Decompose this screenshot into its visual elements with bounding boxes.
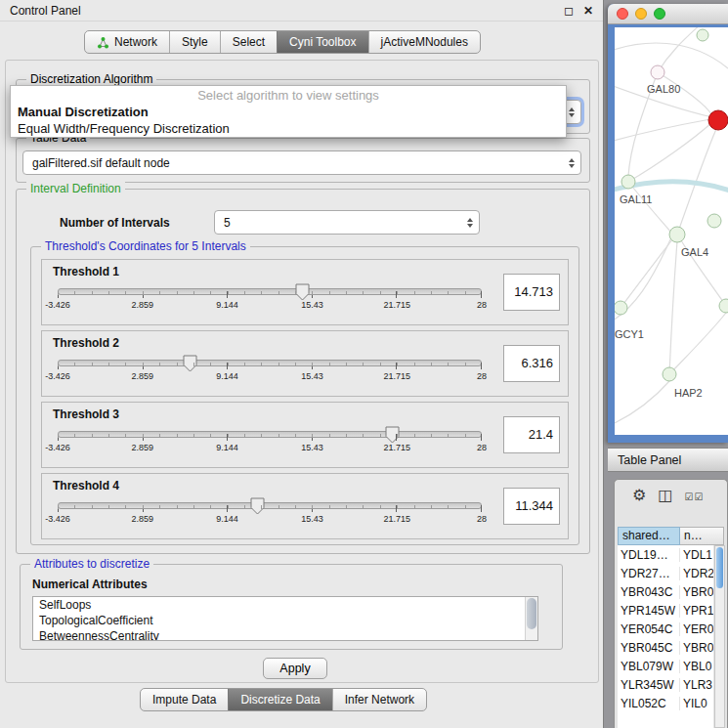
list-scrollbar[interactable] (525, 597, 537, 640)
minimize-traffic-light-icon[interactable] (635, 8, 647, 20)
dropdown-prompt: Select algorithm to view settings (11, 88, 566, 104)
scale-label: 15.43 (301, 371, 323, 381)
cyni-toolbox-panel: Discretization Algorithm Select algorith… (5, 60, 599, 683)
column-header-name[interactable]: n… (680, 527, 724, 545)
tab-discretize-data[interactable]: Discretize Data (228, 689, 331, 710)
columns-icon[interactable]: ◫ (658, 488, 672, 503)
threshold-1-value[interactable]: 14.713 (503, 274, 560, 311)
table-row[interactable]: YBL079WYBL0 (618, 657, 713, 675)
scale-label: -3.426 (45, 443, 70, 452)
scale-label: 28 (477, 514, 487, 524)
table-row[interactable]: YPR145WYPR1 (618, 601, 713, 620)
threshold-3-panel: Threshold 3 -3.426 2.859 9.144 15.43 (41, 402, 569, 468)
number-of-intervals-label: Number of Intervals (60, 216, 170, 230)
threshold-3-value[interactable]: 21.4 (503, 416, 560, 453)
node-label[interactable]: GAL80 (647, 83, 680, 95)
interval-definition-group: Interval Definition Number of Intervals … (16, 189, 590, 554)
menu-item-manual-discretization[interactable]: Manual Discretization (11, 104, 566, 120)
bottom-tab-bar: Impute Data Discretize Data Infer Networ… (140, 688, 427, 711)
scale-label: 28 (477, 300, 487, 310)
node-label[interactable]: GAL4 (681, 246, 708, 258)
list-item[interactable]: SelfLoops (33, 597, 537, 613)
close-traffic-light-icon[interactable] (617, 8, 628, 20)
tab-cyni-toolbox[interactable]: Cyni Toolbox (277, 31, 367, 53)
group-title: Attributes to discretize (30, 557, 153, 571)
numerical-attributes-heading: Numerical Attributes (32, 578, 148, 591)
scrollbar-thumb[interactable] (527, 598, 536, 629)
window-title: Control Panel (10, 4, 81, 18)
tab-select[interactable]: Select (220, 31, 277, 53)
table-row[interactable]: YDL19…YDL1 (618, 545, 713, 564)
group-title: Threshold's Coordinates for 5 Intervals (41, 239, 250, 253)
scrollbar-thumb[interactable] (716, 547, 723, 588)
threshold-1-slider[interactable]: -3.426 2.859 9.144 15.43 21.715 28 (48, 281, 492, 322)
threshold-label: Threshold 4 (53, 479, 119, 492)
threshold-2-value[interactable]: 6.316 (503, 345, 560, 382)
slider-ticks (58, 505, 482, 512)
gear-icon[interactable]: ⚙ (632, 488, 646, 503)
top-tab-bar: Network Style Select Cyni Toolbox jActiv… (84, 30, 481, 54)
node-label[interactable]: GCY1 (615, 328, 644, 340)
scale-label: 28 (477, 371, 487, 381)
slider-ticks (58, 363, 482, 369)
tab-network[interactable]: Network (85, 31, 169, 53)
table-row[interactable]: YDR27…YDR2 (618, 564, 713, 582)
close-icon[interactable]: ✕ (583, 4, 593, 18)
node-label[interactable]: GAL11 (620, 193, 652, 205)
threshold-label: Threshold 3 (53, 407, 119, 421)
threshold-2-slider[interactable]: -3.426 2.859 9.144 15.43 21.715 28 (48, 353, 492, 394)
control-panel-titlebar: Control Panel ◻ ✕ (0, 0, 603, 21)
network-canvas[interactable]: GAL80 GAL11 GAL4 GCY1 HAP2 (615, 27, 728, 435)
control-panel-window: Control Panel ◻ ✕ Network Style Select C… (0, 0, 604, 728)
tab-label: Select (233, 35, 265, 49)
scale-label: 2.859 (132, 514, 154, 524)
threshold-2-panel: Threshold 2 -3.426 2.859 9.144 15.43 (41, 330, 569, 397)
table-row[interactable]: YER054CYER0 (618, 620, 713, 638)
scale-label: 9.144 (216, 300, 238, 310)
scale-label: 21.715 (383, 300, 410, 310)
threshold-4-slider[interactable]: -3.426 2.859 9.144 15.43 21.715 28 (48, 495, 492, 536)
table-panel-window: ⚙ ◫ ☑☑ shared… n… YDL19…YDL1 YDR27…YDR2 … (614, 479, 728, 728)
table-data-select[interactable]: galFiltered.sif default node (22, 150, 581, 175)
threshold-3-slider[interactable]: -3.426 2.859 9.144 15.43 21.715 28 (48, 424, 492, 465)
scale-label: 15.43 (301, 514, 323, 524)
table-row[interactable]: YIL052CYIL0 (618, 694, 713, 712)
table-scrollbar[interactable] (714, 545, 725, 728)
network-view-window: GAL80 GAL11 GAL4 GCY1 HAP2 (608, 4, 728, 443)
threshold-label: Threshold 2 (53, 336, 119, 350)
number-of-intervals-select[interactable]: 5 (214, 210, 480, 235)
float-window-icon[interactable]: ◻ (564, 4, 574, 18)
scale-label: 2.859 (132, 300, 154, 310)
select-columns-icon[interactable]: ☑☑ (684, 490, 704, 502)
scale-label: 9.144 (216, 443, 238, 452)
node-label[interactable]: HAP2 (674, 387, 703, 399)
list-item[interactable]: TopologicalCoefficient (33, 613, 537, 628)
group-title: Interval Definition (26, 182, 125, 195)
column-header-shared-name[interactable]: shared… (618, 527, 680, 545)
threshold-label: Threshold 1 (53, 265, 119, 278)
list-item[interactable]: BetweennessCentrality (33, 628, 537, 641)
table-row[interactable]: YLR345WYLR3 (618, 675, 713, 694)
threshold-4-value[interactable]: 11.344 (503, 488, 560, 525)
scale-label: 28 (477, 443, 487, 452)
tab-jactivemnodules[interactable]: jActiveMNodules (368, 31, 480, 53)
algorithm-dropdown-popup: Select algorithm to view settings Manual… (10, 85, 567, 138)
menu-item-equal-width-frequency[interactable]: Equal Width/Frequency Discretization (11, 120, 566, 137)
table-panel-header[interactable]: Table Panel (608, 448, 728, 472)
tab-style[interactable]: Style (169, 31, 220, 53)
scale-label: 21.715 (383, 371, 410, 381)
tab-label: jActiveMNodules (381, 35, 468, 49)
scale-label: 15.43 (301, 443, 323, 452)
threshold-4-panel: Threshold 4 -3.426 2.859 9.144 15.43 (41, 473, 569, 539)
tab-infer-network[interactable]: Infer Network (332, 689, 426, 710)
combo-stepper-icon (461, 218, 479, 228)
zoom-traffic-light-icon[interactable] (654, 8, 665, 20)
scale-label: 15.43 (301, 300, 323, 310)
scale-label: 2.859 (132, 371, 154, 381)
table-body: YDL19…YDL1 YDR27…YDR2 YBR043CYBR0 YPR145… (618, 545, 713, 728)
table-row[interactable]: YBR043CYBR0 (618, 582, 713, 601)
scale-label: 2.859 (132, 443, 154, 452)
table-row[interactable]: YBR045CYBR0 (618, 638, 713, 657)
tab-impute-data[interactable]: Impute Data (141, 689, 228, 710)
apply-button[interactable]: Apply (263, 658, 327, 679)
